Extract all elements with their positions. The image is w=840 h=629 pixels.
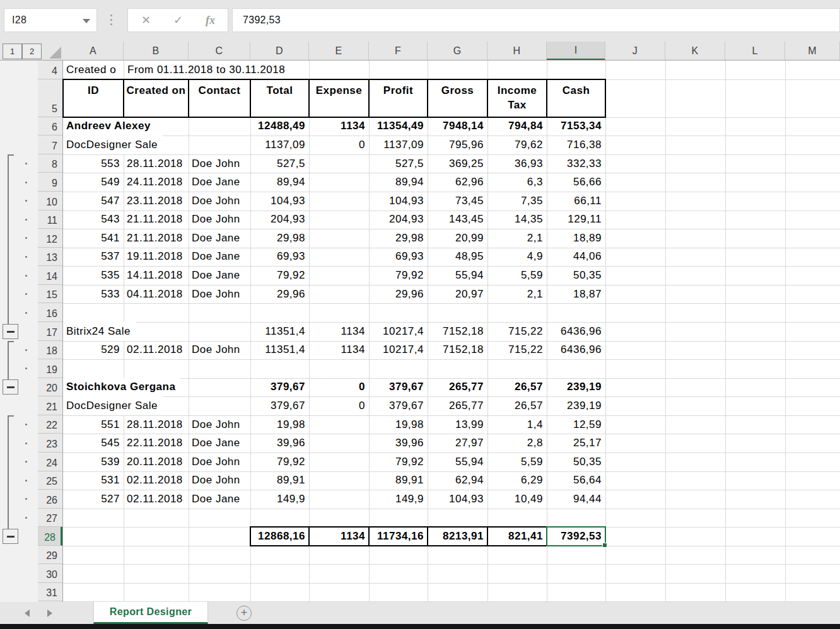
cell-A22[interactable]: 551 <box>63 415 124 434</box>
collapse-group-button-28[interactable] <box>3 529 18 544</box>
cell-H12[interactable]: 2,1 <box>487 229 547 248</box>
collapse-group-button-17[interactable] <box>3 324 18 339</box>
cell-B26[interactable]: 02.11.2018 <box>124 490 189 509</box>
cell-B24[interactable]: 20.11.2018 <box>124 453 189 471</box>
cell-G10[interactable]: 73,45 <box>428 192 487 211</box>
cell-A7[interactable]: DocDesigner Sale <box>63 136 163 154</box>
tab-scroll-right-icon[interactable] <box>47 609 52 617</box>
cell-G20[interactable]: 265,77 <box>428 378 487 397</box>
row-header-20[interactable]: 20 <box>38 378 62 397</box>
cell-B15[interactable]: 04.11.2018 <box>124 285 189 304</box>
name-box[interactable]: I28 <box>4 8 97 32</box>
cell-G18[interactable]: 7152,18 <box>428 341 487 360</box>
enter-icon[interactable]: ✓ <box>173 9 183 32</box>
row-header-27[interactable]: 27 <box>38 509 62 528</box>
cell-I15[interactable]: 18,87 <box>547 285 605 304</box>
cell-C22[interactable]: Doe John <box>189 415 250 434</box>
cell-I12[interactable]: 18,89 <box>547 229 605 248</box>
cell-A24[interactable]: 539 <box>63 453 124 471</box>
row-header-12[interactable]: 12 <box>38 229 62 248</box>
cell-I10[interactable]: 66,11 <box>547 192 605 211</box>
cell-C25[interactable]: Doe John <box>189 471 250 490</box>
cell-B10[interactable]: 23.11.2018 <box>124 192 189 211</box>
cell-C12[interactable]: Doe Jane <box>189 229 250 248</box>
cell-F6[interactable]: 11354,49 <box>369 117 428 136</box>
row-header-28[interactable]: 28 <box>38 527 62 546</box>
row-header-6[interactable]: 6 <box>38 117 62 136</box>
cell-D22[interactable]: 19,98 <box>250 415 309 434</box>
column-header-C[interactable]: C <box>189 42 250 61</box>
cell-D15[interactable]: 29,96 <box>250 285 309 304</box>
cell-D25[interactable]: 89,91 <box>250 471 309 490</box>
cell-F13[interactable]: 69,93 <box>369 248 428 267</box>
cell-H13[interactable]: 4,9 <box>487 248 547 267</box>
cell-D10[interactable]: 104,93 <box>250 192 309 211</box>
cell-I17[interactable]: 6436,96 <box>547 322 605 341</box>
cell-D13[interactable]: 69,93 <box>250 248 309 267</box>
cell-H17[interactable]: 715,22 <box>487 322 547 341</box>
cell-F17[interactable]: 10217,4 <box>369 322 428 341</box>
column-header-B[interactable]: B <box>124 42 189 61</box>
cell-A12[interactable]: 541 <box>63 229 124 248</box>
row-header-17[interactable]: 17 <box>38 322 62 341</box>
cell-C23[interactable]: Doe Jane <box>189 434 250 453</box>
row-header-30[interactable]: 30 <box>38 564 62 583</box>
column-header-G[interactable]: G <box>428 42 487 61</box>
cell-I13[interactable]: 44,06 <box>547 248 605 267</box>
column-header-F[interactable]: F <box>369 42 428 61</box>
row-header-19[interactable]: 19 <box>38 359 62 378</box>
cell-E21[interactable]: 0 <box>309 396 369 415</box>
cell-I22[interactable]: 12,59 <box>547 415 605 434</box>
collapse-group-button-20[interactable] <box>3 379 18 395</box>
cell-A14[interactable]: 535 <box>63 266 124 285</box>
cancel-icon[interactable]: ✕ <box>141 9 151 32</box>
cell-B23[interactable]: 22.11.2018 <box>124 434 189 453</box>
cell-H26[interactable]: 10,49 <box>487 490 547 509</box>
row-header-22[interactable]: 22 <box>38 415 62 434</box>
cell-F8[interactable]: 527,5 <box>369 154 428 173</box>
cell-F18[interactable]: 10217,4 <box>369 341 428 360</box>
cell-E17[interactable]: 1134 <box>309 322 369 341</box>
cell-H21[interactable]: 26,57 <box>487 396 547 415</box>
cell-A6[interactable]: Andreev Alexey <box>63 117 156 136</box>
cell-I14[interactable]: 50,35 <box>547 266 605 285</box>
cell-A23[interactable]: 545 <box>63 434 124 453</box>
formula-bar[interactable]: 7392,53 <box>232 8 840 32</box>
cell-G14[interactable]: 55,94 <box>428 266 487 285</box>
cell-A9[interactable]: 549 <box>63 173 124 192</box>
cell-H10[interactable]: 7,35 <box>487 192 547 211</box>
cell-D6[interactable]: 12488,49 <box>250 117 309 136</box>
row-header-14[interactable]: 14 <box>38 266 62 285</box>
cell-I23[interactable]: 25,17 <box>547 434 605 453</box>
cell-G23[interactable]: 27,97 <box>428 434 487 453</box>
cell-H9[interactable]: 6,3 <box>487 173 547 192</box>
cell-F23[interactable]: 39,96 <box>369 434 428 453</box>
cell-A25[interactable]: 531 <box>63 471 124 490</box>
row-header-5[interactable]: 5 <box>38 79 62 117</box>
row-header-9[interactable]: 9 <box>38 173 62 192</box>
cell-I26[interactable]: 94,44 <box>547 490 605 509</box>
cell-D11[interactable]: 204,93 <box>250 211 309 229</box>
cell-D20[interactable]: 379,67 <box>250 378 309 397</box>
cell-B4[interactable]: From 01.11.2018 to 30.11.2018 <box>124 61 290 79</box>
column-header-J[interactable]: J <box>605 42 665 61</box>
cell-G15[interactable]: 20,97 <box>428 285 487 304</box>
fill-handle[interactable] <box>602 543 607 548</box>
cell-I11[interactable]: 129,11 <box>547 211 605 229</box>
cell-G12[interactable]: 20,99 <box>428 229 487 248</box>
row-header-16[interactable]: 16 <box>38 303 62 322</box>
column-header-M[interactable]: M <box>785 42 840 61</box>
cell-F22[interactable]: 19,98 <box>369 415 428 434</box>
cell-E20[interactable]: 0 <box>309 378 369 397</box>
row-header-7[interactable]: 7 <box>38 136 62 154</box>
cell-D24[interactable]: 79,92 <box>250 453 309 471</box>
cell-F20[interactable]: 379,67 <box>369 378 428 397</box>
cell-H20[interactable]: 26,57 <box>487 378 547 397</box>
cell-I25[interactable]: 56,64 <box>547 471 605 490</box>
cell-H18[interactable]: 715,22 <box>487 341 547 360</box>
cell-H24[interactable]: 5,59 <box>487 453 547 471</box>
cell-I24[interactable]: 50,35 <box>547 453 605 471</box>
cell-G11[interactable]: 143,45 <box>428 211 487 229</box>
cell-B22[interactable]: 28.11.2018 <box>124 415 189 434</box>
cell-A18[interactable]: 529 <box>63 341 124 360</box>
